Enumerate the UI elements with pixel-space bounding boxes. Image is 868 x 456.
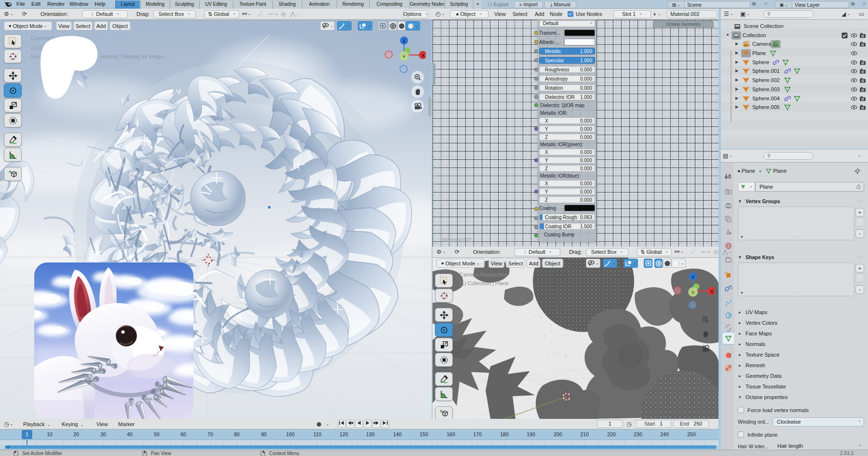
svg-text:Y: Y [403, 55, 406, 59]
svg-text:Z: Z [692, 275, 694, 279]
svg-text:Y: Y [692, 290, 694, 295]
svg-text:X: X [421, 53, 424, 58]
svg-text:Z: Z [403, 39, 406, 43]
svg-text:X: X [710, 289, 713, 294]
